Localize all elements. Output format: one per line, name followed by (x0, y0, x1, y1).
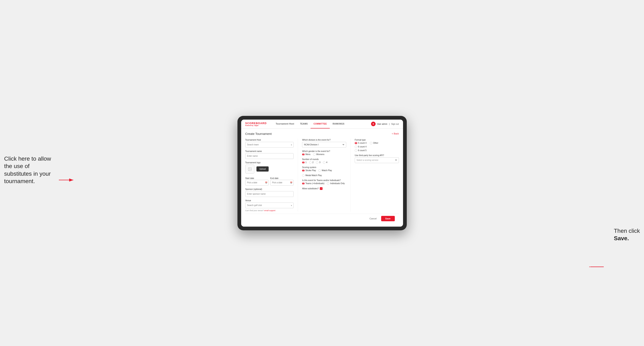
logo-text: SCOREBOARD (245, 122, 267, 125)
start-date-label: Start date (245, 177, 254, 179)
form-col-2: Which division is the event for? NCAA Di… (298, 139, 346, 211)
format-type-label: Format type (355, 139, 399, 141)
rounds-4-radio[interactable] (323, 161, 326, 164)
format-other[interactable]: Other (370, 142, 378, 144)
sign-out-link[interactable]: Sign out (391, 123, 399, 125)
form-footer: Cancel Save (245, 214, 399, 223)
clippd-text: clippd (254, 125, 258, 126)
logo-powered: Powered by clippd (245, 125, 267, 126)
rounds-2-label: 2 (312, 161, 314, 164)
rounds-3[interactable]: 3 (316, 161, 320, 164)
event-type-radio-group: Teams (+Individuals) Individuals Only (302, 182, 346, 185)
save-button[interactable]: Save (381, 216, 395, 221)
division-select[interactable]: NCAA Division I (302, 142, 346, 148)
tournament-host-label: Tournament Host (245, 139, 294, 141)
tournament-name-input[interactable] (245, 153, 294, 159)
annotation-right-line2: Save. (614, 235, 629, 241)
logo-area: SCOREBOARD Powered by clippd (245, 122, 267, 126)
scoring-medal-label: Medal Match Play (306, 174, 322, 176)
arrow-right-icon (589, 264, 604, 270)
venue-dropdown-icon: ▾ (291, 204, 292, 206)
calendar-icon: 📅 (265, 181, 268, 184)
gender-womens[interactable]: Womens (313, 153, 324, 156)
form-col-3: Format type 5 count 4 (350, 139, 399, 211)
nav-rankings[interactable]: RANKINGS (330, 120, 347, 129)
scoring-match-radio[interactable] (318, 169, 321, 172)
allow-substitutes-checkbox[interactable]: ✓ (320, 187, 322, 190)
event-teams[interactable]: Teams (+Individuals) (302, 182, 324, 185)
nav-committee[interactable]: COMMITTEE (310, 120, 330, 129)
format-6count4-radio[interactable] (355, 146, 357, 148)
gender-mens[interactable]: Mens (302, 153, 310, 156)
tournament-host-group: Tournament Host ▾ (245, 139, 294, 148)
format-row-1: 5 count 4 Other (355, 142, 399, 144)
sponsor-label: Sponsor (optional) (245, 188, 294, 190)
rounds-3-label: 3 (319, 161, 320, 164)
annotation-right: Then click Save. (614, 227, 640, 242)
annotation-right-line1: Then click (614, 228, 640, 234)
format-6count4[interactable]: 6 count 4 (355, 146, 366, 148)
format-5count4-radio[interactable] (355, 142, 357, 144)
scoring-group: Scoring system Stroke Play Match Play (302, 166, 346, 177)
scoring-radio-group: Stroke Play Match Play Medal Match Play (302, 169, 346, 177)
format-6count4-label: 6 count 4 (358, 146, 366, 148)
rounds-2[interactable]: 2 (309, 161, 314, 164)
main-content: Create Tournament < Back Tournament Host… (241, 129, 403, 227)
gender-womens-radio[interactable] (313, 153, 316, 156)
search-team-input[interactable] (245, 142, 294, 148)
logo-upload-area: Upload (245, 165, 294, 173)
gender-mens-radio[interactable] (302, 153, 304, 156)
event-teams-label: Teams (+Individuals) (306, 182, 324, 184)
annotation-left: Click here to allow the use of substitut… (4, 155, 58, 185)
gender-womens-label: Womens (316, 153, 324, 156)
navbar: SCOREBOARD Powered by clippd Tournament … (241, 120, 403, 129)
format-6count5-label: 6 count 5 (358, 149, 366, 152)
scoring-match[interactable]: Match Play (318, 169, 332, 172)
upload-button[interactable]: Upload (256, 167, 269, 172)
scoring-service-select[interactable]: Select a scoring service (355, 157, 399, 163)
scoring-medal[interactable]: Medal Match Play (302, 174, 322, 177)
rounds-1-label: 1 (306, 161, 306, 164)
rounds-2-radio[interactable] (309, 161, 312, 164)
sponsor-group: Sponsor (optional) (245, 188, 294, 197)
nav-teams[interactable]: TEAMS (297, 120, 311, 129)
scoring-stroke-radio[interactable] (302, 169, 304, 172)
format-options: 5 count 4 Other 6 count 4 (355, 142, 399, 152)
event-individuals-radio[interactable] (327, 182, 329, 185)
format-5count4[interactable]: 5 count 4 (355, 142, 366, 144)
rounds-group: Number of rounds 1 2 (302, 158, 346, 164)
powered-text: Powered by (245, 125, 253, 126)
gender-label: Which gender is the event for? (302, 150, 346, 152)
rounds-1[interactable]: 1 (302, 161, 306, 164)
nav-separator: | (389, 123, 390, 125)
rounds-4[interactable]: 4 (323, 161, 328, 164)
logo-placeholder (245, 165, 254, 173)
format-6count5-radio[interactable] (355, 149, 357, 152)
division-group: Which division is the event for? NCAA Di… (302, 139, 346, 148)
format-6count5[interactable]: 6 count 5 (355, 149, 366, 152)
nav-rankings-label: RANKINGS (333, 123, 344, 125)
event-individuals[interactable]: Individuals Only (327, 182, 345, 185)
rounds-1-radio[interactable] (302, 161, 304, 164)
date-group: Start date 📅 End date 📅 (245, 176, 294, 185)
scoring-api-label: Use third-party live scoring API? (355, 154, 399, 157)
scoring-stroke[interactable]: Stroke Play (302, 169, 316, 172)
back-link[interactable]: < Back (392, 132, 399, 135)
sponsor-input[interactable] (245, 191, 294, 197)
venue-input[interactable] (245, 202, 294, 208)
event-teams-radio[interactable] (302, 182, 304, 185)
svg-point-2 (249, 168, 250, 169)
tournament-logo-group: Tournament logo Upload (245, 162, 294, 173)
scoring-match-label: Match Play (322, 169, 332, 172)
format-other-radio[interactable] (370, 142, 372, 144)
rounds-label: Number of rounds (302, 158, 346, 161)
email-support-link[interactable]: email support (264, 209, 276, 211)
scoring-medal-radio[interactable] (302, 174, 304, 177)
event-type-group: Is this event for Teams and/or Individua… (302, 179, 346, 185)
nav-tournaments[interactable]: Tournament Host (273, 120, 297, 129)
avatar: B (371, 122, 376, 126)
format-5count4-label: 5 count 4 (358, 142, 366, 144)
start-date-group: Start date 📅 (245, 176, 269, 185)
rounds-3-radio[interactable] (316, 161, 318, 164)
cancel-button[interactable]: Cancel (367, 216, 379, 221)
